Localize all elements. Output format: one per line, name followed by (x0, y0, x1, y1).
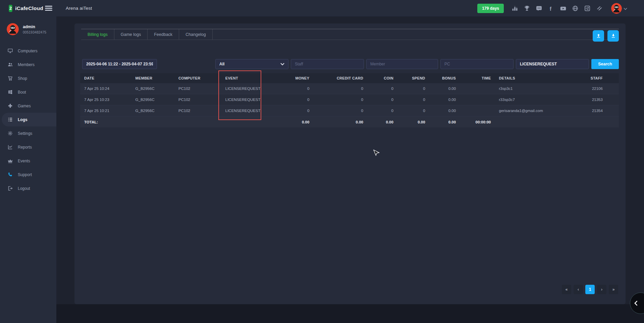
youtube-icon[interactable] (559, 5, 567, 12)
icafe-icon[interactable] (584, 5, 591, 12)
column-header-money[interactable]: MONEY (271, 73, 313, 83)
license-days-badge[interactable]: 179 days (477, 4, 504, 13)
column-header-computer[interactable]: COMPUTER (174, 73, 221, 83)
globe-icon[interactable] (572, 5, 579, 12)
pagination-prev-button[interactable]: ‹ (574, 285, 583, 294)
pagination-last-button[interactable]: » (609, 285, 618, 294)
column-header-event[interactable]: EVENT (221, 73, 271, 83)
tab-feedback[interactable]: Feedback (148, 29, 179, 40)
search-button[interactable]: Search (591, 59, 619, 69)
sidebar-item-members[interactable]: Members (0, 58, 56, 71)
column-header-bonus[interactable]: BONUS (429, 73, 460, 83)
pagination: « ‹ 1 › » (562, 285, 618, 294)
cell-money: 0 (271, 94, 313, 105)
cell-spend: 0 (397, 94, 429, 105)
svg-text:f: f (550, 6, 552, 11)
discord-icon[interactable] (535, 5, 543, 12)
trophy-icon[interactable] (523, 5, 531, 12)
column-header-coin[interactable]: COIN (367, 73, 397, 83)
tab-billing-logs[interactable]: Billing logs (81, 29, 114, 40)
column-header-spend[interactable]: SPEND (397, 73, 429, 83)
facebook-icon[interactable]: f (547, 5, 555, 12)
sidebar-item-logs[interactable]: Logs (2, 113, 56, 126)
sidebar-item-logout[interactable]: Logout (0, 181, 56, 195)
cell-money: 0 (271, 105, 313, 116)
chevron-left-icon (633, 300, 640, 307)
table-row[interactable]: 7 Apr 25 10:23 G_B2956C PC102 LICENSEREQ… (80, 94, 619, 105)
column-header-details[interactable]: DETAILS (495, 73, 579, 83)
cell-details: gerisaranda1@gmail.com (495, 105, 579, 116)
cell-event: LICENSEREQUEST (221, 83, 271, 94)
sidebar-item-reports[interactable]: Reports (0, 140, 56, 154)
sidebar-item-settings[interactable]: Settings (0, 126, 56, 140)
sidebar-item-label: Boot (18, 90, 26, 95)
upload-icon (596, 33, 601, 39)
total-time: 00:00:00 (460, 116, 495, 127)
user-name: admin (23, 24, 46, 29)
cell-details: r33sp3c7 (495, 94, 579, 105)
windows-icon (7, 89, 13, 95)
users-icon (7, 62, 13, 67)
stripes-icon[interactable] (596, 5, 603, 12)
sidebar-item-games[interactable]: Games (0, 99, 56, 113)
tabs: Billing logs Game logs Feedback Changelo… (81, 29, 619, 40)
pagination-first-button[interactable]: « (562, 285, 571, 294)
cell-date: 7 Apr 25 10:24 (80, 83, 131, 94)
page-footer-area (56, 304, 644, 323)
pagination-next-button[interactable]: › (597, 285, 606, 294)
topbar: 2 iCafeCloud Arena aiTest 179 days f (0, 0, 644, 16)
sidebar-item-boot[interactable]: Boot (0, 85, 56, 99)
cell-credit-card: 0 (313, 105, 367, 116)
total-coin: 0.00 (367, 116, 397, 127)
cell-coin: 0 (367, 94, 397, 105)
cell-computer: PC102 (174, 105, 221, 116)
staff-filter-input[interactable] (291, 59, 364, 69)
sidebar-item-label: Settings (18, 131, 32, 136)
table-total-row: TOTAL: 0.00 0.00 0.00 0.00 0.00 00:00:00 (80, 116, 619, 127)
sidebar-item-label: Events (18, 159, 30, 163)
search-text-input[interactable] (516, 59, 589, 69)
tab-changelog[interactable]: Changelog (179, 29, 212, 40)
hamburger-menu-icon[interactable] (44, 4, 53, 12)
ranking-icon[interactable] (511, 5, 519, 12)
content-panel: Billing logs Game logs Feedback Changelo… (74, 23, 626, 304)
date-range-input[interactable] (82, 59, 157, 69)
table-row[interactable]: 7 Apr 25 10:24 G_B2956C PC102 LICENSEREQ… (80, 83, 619, 94)
sidebar-item-shop[interactable]: Shop (0, 71, 56, 85)
tab-game-logs[interactable]: Game logs (114, 29, 148, 40)
gamepad-icon (7, 103, 13, 109)
cell-coin: 0 (367, 105, 397, 116)
column-header-date[interactable]: DATE (80, 73, 131, 83)
sidebar: admin 005193482475 Computers Members Sho… (0, 16, 56, 323)
user-menu[interactable] (611, 3, 627, 14)
table-row[interactable]: 7 Apr 25 10:21 G_B2956C PC102 LICENSEREQ… (80, 105, 619, 116)
cell-staff: 21353 (578, 94, 619, 105)
sidebar-item-computers[interactable]: Computers (0, 44, 56, 58)
sidebar-item-label: Shop (18, 76, 27, 81)
pagination-page-1-button[interactable]: 1 (585, 285, 595, 294)
cell-coin: 0 (367, 83, 397, 94)
sidebar-user[interactable]: admin 005193482475 (0, 16, 56, 40)
page: { "topbar": { "brand": "iCafeCloud", "lo… (0, 0, 644, 323)
column-header-time[interactable]: TIME (460, 73, 495, 83)
column-header-staff[interactable]: STAFF (578, 73, 619, 83)
phone-icon (7, 172, 13, 177)
sidebar-item-label: Logs (18, 117, 28, 122)
ninja-avatar (7, 23, 19, 35)
cell-time (460, 94, 495, 105)
sidebar-item-events[interactable]: Events (0, 154, 56, 168)
total-credit-card: 0.00 (313, 116, 367, 127)
column-header-member[interactable]: MEMBER (131, 73, 174, 83)
brand[interactable]: 2 iCafeCloud (0, 5, 37, 12)
pc-filter-input[interactable] (440, 59, 514, 69)
list-icon (7, 117, 13, 122)
download-button[interactable] (607, 30, 619, 42)
sidebar-nav: Computers Members Shop Boot Games Logs S… (0, 44, 56, 195)
member-filter-input[interactable] (366, 59, 438, 69)
sidebar-item-support[interactable]: Support (0, 168, 56, 181)
event-type-select[interactable]: All (215, 59, 288, 69)
brand-name: iCafeCloud (15, 5, 43, 11)
crown-icon (7, 158, 13, 164)
upload-button[interactable] (593, 30, 604, 42)
column-header-credit-card[interactable]: CREDIT CARD (313, 73, 367, 83)
